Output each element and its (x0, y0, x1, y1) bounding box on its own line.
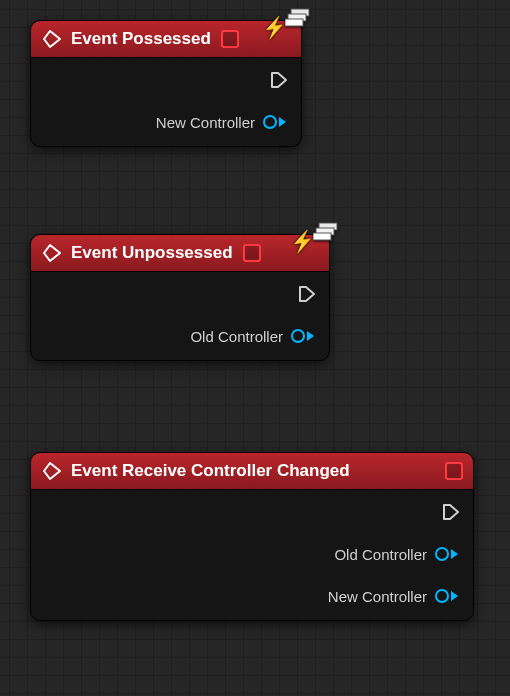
node-header[interactable]: Event Unpossessed ⚡ (31, 235, 329, 272)
pin-label: Old Controller (190, 328, 283, 345)
event-node-receive-controller-changed[interactable]: Event Receive Controller Changed Old Con… (30, 452, 474, 621)
event-arrow-icon (41, 242, 63, 264)
output-pin-new-controller[interactable]: New Controller (43, 584, 461, 608)
object-pin-icon (263, 115, 289, 129)
event-arrow-icon (41, 28, 63, 50)
node-header[interactable]: Event Possessed ⚡ (31, 21, 301, 58)
node-body: New Controller (31, 58, 301, 146)
event-arrow-icon (41, 460, 63, 482)
server-stack-icon (285, 7, 313, 37)
node-body: Old Controller (31, 272, 329, 360)
node-body: Old Controller New Controller (31, 490, 473, 620)
node-title: Event Possessed (71, 29, 211, 49)
exec-pin-icon (269, 70, 289, 90)
event-node-unpossessed[interactable]: Event Unpossessed ⚡ Old Controller (30, 234, 330, 361)
node-header[interactable]: Event Receive Controller Changed (31, 453, 473, 490)
pin-label: New Controller (156, 114, 255, 131)
function-level-badge-icon (221, 30, 239, 48)
node-title: Event Unpossessed (71, 243, 233, 263)
exec-pin-icon (441, 502, 461, 522)
pin-label: New Controller (328, 588, 427, 605)
exec-output-pin[interactable] (43, 500, 461, 524)
output-pin-old-controller[interactable]: Old Controller (43, 542, 461, 566)
object-pin-icon (435, 547, 461, 561)
object-pin-icon (291, 329, 317, 343)
exec-output-pin[interactable] (43, 68, 289, 92)
node-overlay-icons: ⚡ (290, 221, 341, 251)
server-stack-icon (313, 221, 341, 251)
pin-label: Old Controller (334, 546, 427, 563)
output-pin-new-controller[interactable]: New Controller (43, 110, 289, 134)
node-title: Event Receive Controller Changed (71, 461, 350, 481)
exec-pin-icon (297, 284, 317, 304)
event-node-possessed[interactable]: Event Possessed ⚡ New Controller (30, 20, 302, 147)
function-level-badge-icon (243, 244, 261, 262)
svg-rect-5 (313, 233, 331, 240)
svg-rect-2 (285, 19, 303, 26)
exec-output-pin[interactable] (43, 282, 317, 306)
object-pin-icon (435, 589, 461, 603)
node-overlay-icons: ⚡ (262, 7, 313, 37)
function-level-badge-icon (445, 462, 463, 480)
output-pin-old-controller[interactable]: Old Controller (43, 324, 317, 348)
